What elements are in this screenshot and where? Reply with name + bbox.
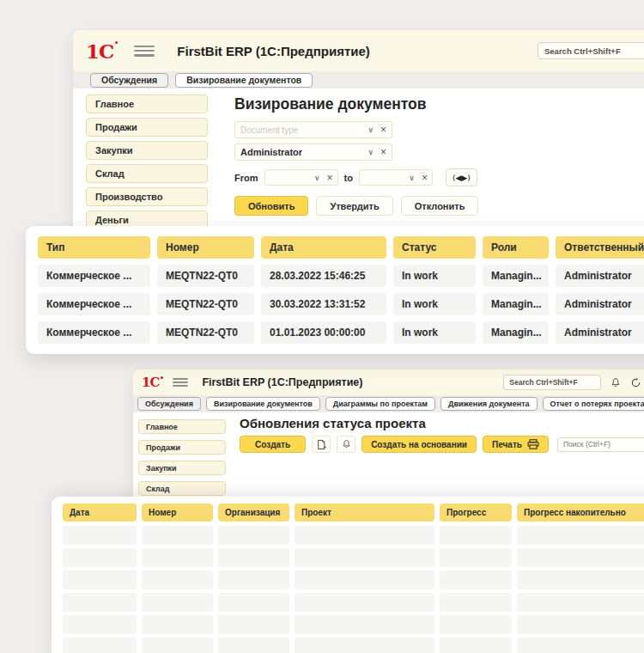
desktop-background: { "brand": { "logo_text": "1С", "logo_co… <box>0 0 644 653</box>
empty-cell <box>295 548 434 567</box>
cell-date: 01.01.2023 00:00:00 <box>261 321 386 344</box>
clear-icon[interactable]: × <box>380 125 386 135</box>
document-type-select[interactable]: Document type ∨ × <box>234 121 392 138</box>
column-header-type[interactable]: Тип <box>38 236 150 259</box>
refresh-button[interactable]: Обновить <box>234 196 308 216</box>
date-from-select[interactable]: ∨ × <box>264 169 338 186</box>
document-type-placeholder: Document type <box>240 125 368 135</box>
hamburger-menu-icon[interactable] <box>134 46 155 57</box>
table-row[interactable]: Коммерческое ... MEQTN22-QT0 28.03.2022 … <box>38 265 644 287</box>
chevron-down-icon[interactable]: ∨ <box>368 125 374 134</box>
window1-tab-bar: Обсуждения Визирование документов <box>73 71 644 88</box>
global-search-input[interactable] <box>503 375 601 390</box>
sidebar-item-sales[interactable]: Продажи <box>138 440 226 455</box>
cell-type: Коммерческое ... <box>38 293 150 315</box>
empty-cell <box>295 615 434 634</box>
cell-roles: Managin... <box>483 321 549 344</box>
notify-button[interactable] <box>337 436 355 453</box>
cell-type: Коммерческое ... <box>38 321 150 344</box>
clear-icon[interactable]: × <box>327 173 333 183</box>
clear-icon[interactable]: × <box>422 173 428 183</box>
chevron-down-icon[interactable]: ∨ <box>409 174 415 182</box>
table-row[interactable]: Коммерческое ... MEQTN22-QT0 01.01.2023 … <box>38 321 644 344</box>
table-row[interactable]: Коммерческое ... MEQTN22-QT0 30.03.2022 … <box>38 293 644 315</box>
app-title: FirstBit ERP (1С:Предприятие) <box>177 44 369 58</box>
empty-cell <box>295 526 434 545</box>
sidebar-item-warehouse[interactable]: Склад <box>138 481 226 496</box>
empty-cell <box>142 548 213 567</box>
empty-cell <box>440 526 512 545</box>
decline-button[interactable]: Отклонить <box>401 196 479 216</box>
sidebar-item-purchases[interactable]: Закупки <box>86 141 208 160</box>
column-header-responsible[interactable]: Ответственный <box>556 236 644 259</box>
sidebar-item-production[interactable]: Производство <box>86 187 208 206</box>
copy-document-button[interactable] <box>312 436 331 453</box>
create-button[interactable]: Создать <box>240 436 306 453</box>
tab-document-movements[interactable]: Движения документа <box>440 397 538 411</box>
cell-roles: Managin... <box>483 293 549 315</box>
column-header-date[interactable]: Дата <box>261 236 386 259</box>
sidebar-item-purchases[interactable]: Закупки <box>138 461 226 475</box>
empty-cell <box>440 593 512 612</box>
column-header-date[interactable]: Дата <box>63 503 137 522</box>
tab-discussions[interactable]: Обсуждения <box>90 73 168 88</box>
1c-logo: 1С <box>86 41 113 61</box>
cell-date: 30.03.2022 13:31:52 <box>261 293 386 315</box>
status-table-card: Дата Номер Организация Проект Прогресс П… <box>52 497 644 653</box>
empty-cell <box>440 571 512 589</box>
column-header-number[interactable]: Номер <box>142 503 213 522</box>
empty-cell <box>218 548 289 567</box>
history-icon[interactable] <box>630 377 641 388</box>
table-row[interactable] <box>63 593 644 612</box>
clear-icon[interactable]: × <box>380 147 386 157</box>
date-to-select[interactable]: ∨ × <box>359 169 433 186</box>
app-title: FirstBit ERP (1С:Предприятие) <box>202 376 362 388</box>
create-based-on-button[interactable]: Создать на основании <box>361 436 477 453</box>
hamburger-menu-icon[interactable] <box>173 378 188 387</box>
column-header-number[interactable]: Номер <box>157 236 254 259</box>
empty-cell <box>517 593 644 612</box>
chevron-down-icon[interactable]: ∨ <box>314 174 320 182</box>
notifications-bell-icon[interactable] <box>611 377 621 388</box>
empty-cell <box>218 571 289 589</box>
empty-cell <box>142 526 213 545</box>
interval-picker-button[interactable]: (◀▶) <box>446 168 477 186</box>
cell-date: 28.03.2022 15:46:25 <box>261 265 386 287</box>
tab-discussions[interactable]: Обсуждения <box>137 397 201 411</box>
empty-cell <box>517 548 644 567</box>
column-header-status[interactable]: Статус <box>393 236 476 259</box>
column-header-organization[interactable]: Организация <box>218 503 289 522</box>
table-row[interactable] <box>63 526 644 545</box>
list-search-input[interactable] <box>557 437 644 452</box>
column-header-project[interactable]: Проект <box>295 503 434 522</box>
sidebar-item-main[interactable]: Главное <box>138 419 226 434</box>
document-icon <box>317 439 326 450</box>
column-header-progress[interactable]: Прогресс <box>440 503 512 522</box>
table-row[interactable] <box>63 638 644 653</box>
empty-cell <box>142 615 213 634</box>
chevron-down-icon[interactable]: ∨ <box>368 148 374 156</box>
approver-select[interactable]: Administrator ∨ × <box>234 143 392 161</box>
empty-cell <box>440 615 512 634</box>
sidebar-item-sales[interactable]: Продажи <box>86 118 208 137</box>
tab-document-approval[interactable]: Визирование документов <box>175 73 313 88</box>
cell-number: MEQTN22-QT0 <box>157 265 254 287</box>
sidebar-item-main[interactable]: Главное <box>86 95 208 113</box>
tab-project-losses-report[interactable]: Отчет о потерях проекта <box>543 397 644 411</box>
tab-project-diagrams[interactable]: Диаграммы по проектам <box>325 397 435 411</box>
table-row[interactable] <box>63 615 644 634</box>
action-buttons-row: Обновить Утвердить Отклонить <box>234 196 478 216</box>
approve-button[interactable]: Утвердить <box>316 196 392 216</box>
column-header-roles[interactable]: Роли <box>483 236 549 259</box>
printer-icon <box>527 439 539 449</box>
tab-document-approval[interactable]: Визирование документов <box>206 397 320 411</box>
sidebar-item-warehouse[interactable]: Склад <box>86 164 208 183</box>
print-button[interactable]: Печать <box>483 436 549 453</box>
empty-cell <box>142 571 213 589</box>
window1-header: 1С FirstBit ERP (1С:Предприятие) <box>73 30 644 71</box>
table-row[interactable] <box>63 548 644 567</box>
table-row[interactable] <box>63 571 644 589</box>
global-search-input[interactable] <box>538 42 644 59</box>
cell-roles: Managin... <box>483 265 549 287</box>
column-header-progress-cumulative[interactable]: Прогресс накопительно <box>517 503 644 522</box>
